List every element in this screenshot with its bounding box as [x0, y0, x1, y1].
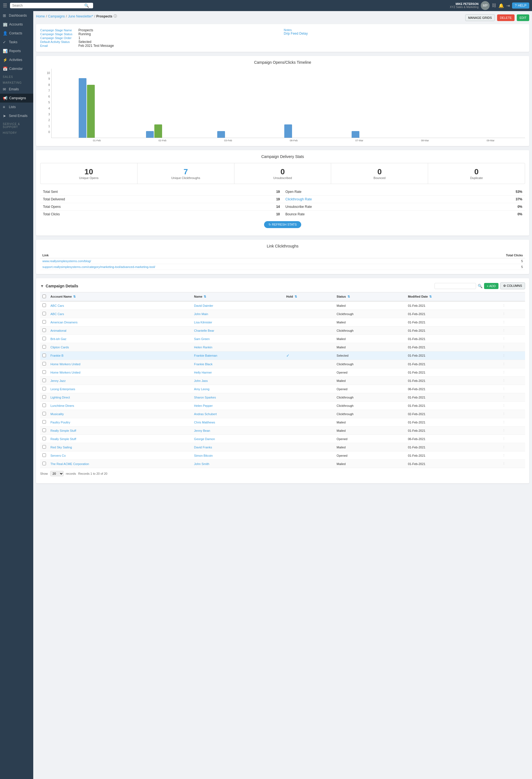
row-checkbox[interactable] — [40, 318, 48, 326]
manage-grids-button[interactable]: MANAGE GRIDS — [465, 14, 495, 21]
select-all-checkbox[interactable] — [42, 295, 46, 298]
edit-button[interactable]: EDIT — [517, 14, 529, 21]
row-name[interactable]: Sharon Sparkes — [192, 393, 284, 402]
breadcrumb-campaigns[interactable]: Campaigns — [48, 14, 65, 18]
row-menu[interactable]: ⋮ — [500, 410, 525, 418]
row-menu[interactable]: ⋮ — [500, 426, 525, 435]
row-name[interactable]: George Damon — [192, 435, 284, 443]
sidebar-item-send-emails[interactable]: ➤ Send Emails — [0, 111, 33, 120]
row-account[interactable]: Brit-ish Gaz — [48, 335, 192, 343]
add-button[interactable]: + ADD — [484, 283, 498, 289]
row-menu[interactable]: ⋮ — [500, 360, 525, 368]
row-menu[interactable]: ⋮ — [500, 460, 525, 468]
row-account[interactable]: Servers Co — [48, 452, 192, 460]
sidebar-item-campaigns[interactable]: 📢 Campaigns — [0, 94, 33, 103]
row-name[interactable]: Andras Schubert — [192, 410, 284, 418]
row-checkbox[interactable] — [40, 360, 48, 368]
row-name[interactable]: Jenny Bean — [192, 426, 284, 435]
row-menu[interactable]: ⋮ — [500, 301, 525, 310]
row-name[interactable]: Chantelle Bear — [192, 326, 284, 335]
row-checkbox[interactable] — [40, 393, 48, 402]
sidebar-item-dashboards[interactable]: ⊞ Dashboards — [0, 11, 33, 20]
row-account[interactable]: The Real ACME Corporation — [48, 460, 192, 468]
sidebar-item-emails[interactable]: ✉ Emails — [0, 85, 33, 94]
row-account[interactable]: Jenny Jazz — [48, 377, 192, 385]
row-checkbox[interactable] — [40, 452, 48, 460]
sidebar-item-activities[interactable]: ⚡ Activities — [0, 55, 33, 64]
row-account[interactable]: Musicality — [48, 410, 192, 418]
breadcrumb-june-newsletter[interactable]: June Newsletter* — [68, 14, 93, 18]
row-name[interactable]: Frankie Bateman — [192, 351, 284, 360]
row-checkbox[interactable] — [40, 326, 48, 335]
help-button[interactable]: ? HELP — [512, 2, 529, 9]
row-account[interactable]: ABC Cars — [48, 310, 192, 318]
row-account[interactable]: Paultry Poultry — [48, 418, 192, 426]
row-account[interactable]: Lighting Direct — [48, 393, 192, 402]
row-account[interactable]: Leong Enterprises — [48, 385, 192, 393]
refresh-stats-button[interactable]: ↻ REFRESH STATS — [264, 221, 301, 228]
row-checkbox[interactable] — [40, 418, 48, 426]
row-menu[interactable]: ⋮ — [500, 343, 525, 351]
row-menu[interactable]: ⋮ — [500, 402, 525, 410]
row-name[interactable]: John Jass — [192, 377, 284, 385]
row-name[interactable]: Simon Bitcoin — [192, 452, 284, 460]
row-checkbox[interactable] — [40, 460, 48, 468]
row-menu[interactable]: ⋮ — [500, 310, 525, 318]
grid-search-input[interactable] — [434, 283, 476, 289]
row-account[interactable]: Red Sky Sailing — [48, 443, 192, 452]
link-url[interactable]: www.reallysimplesystems.com/blog/ — [40, 258, 451, 264]
row-menu[interactable]: ⋮ — [500, 368, 525, 377]
row-checkbox[interactable] — [40, 351, 48, 360]
row-menu[interactable]: ⋮ — [500, 385, 525, 393]
sidebar-item-tasks[interactable]: ✓ Tasks — [0, 38, 33, 47]
row-account[interactable]: Frankie B — [48, 351, 192, 360]
sidebar-item-reports[interactable]: 📊 Reports — [0, 47, 33, 55]
row-name[interactable]: David Daimler — [192, 301, 284, 310]
row-name[interactable]: Lisa Kilmister — [192, 318, 284, 326]
sidebar-item-contacts[interactable]: 👤 Contacts — [0, 29, 33, 38]
row-checkbox[interactable] — [40, 301, 48, 310]
per-page-select[interactable]: 20 50 100 — [50, 471, 64, 476]
row-menu[interactable]: ⋮ — [500, 418, 525, 426]
columns-button[interactable]: ⚙ COLUMNS — [500, 282, 525, 289]
row-account[interactable]: American Dreamers — [48, 318, 192, 326]
row-checkbox[interactable] — [40, 368, 48, 377]
row-menu[interactable]: ⋮ — [500, 326, 525, 335]
row-account[interactable]: Home Workers United — [48, 368, 192, 377]
search-input[interactable] — [12, 4, 84, 7]
collapse-arrow[interactable]: ▼ — [40, 284, 44, 288]
row-account[interactable]: ABC Cars — [48, 301, 192, 310]
breadcrumb-home[interactable]: Home — [36, 14, 45, 18]
row-name[interactable]: Helly Harmer — [192, 368, 284, 377]
row-account[interactable]: Home Workers United — [48, 360, 192, 368]
row-account[interactable]: Clipton Cards — [48, 343, 192, 351]
row-account[interactable]: Lunchtime Diners — [48, 402, 192, 410]
sidebar-item-accounts[interactable]: 🏢 Accounts — [0, 20, 33, 29]
row-menu[interactable]: ⋮ — [500, 318, 525, 326]
row-name[interactable]: Helen Pepper — [192, 402, 284, 410]
row-account[interactable]: Really Simple Stuff — [48, 426, 192, 435]
row-menu[interactable]: ⋮ — [500, 393, 525, 402]
delete-button[interactable]: DELETE — [497, 14, 515, 21]
row-checkbox[interactable] — [40, 435, 48, 443]
bell-icon[interactable]: 🔔 — [498, 3, 504, 8]
row-name[interactable]: John Smith — [192, 460, 284, 468]
row-name[interactable]: Amy Leong — [192, 385, 284, 393]
row-menu[interactable]: ⋮ — [500, 351, 525, 360]
row-menu[interactable]: ⋮ — [500, 377, 525, 385]
row-checkbox[interactable] — [40, 385, 48, 393]
network-icon[interactable]: ⛓ — [492, 3, 496, 8]
row-checkbox[interactable] — [40, 426, 48, 435]
sidebar-item-calendar[interactable]: 📅 Calendar — [0, 64, 33, 73]
sidebar-item-lists[interactable]: ≡ Lists — [0, 103, 33, 111]
row-checkbox[interactable] — [40, 410, 48, 418]
row-menu[interactable]: ⋮ — [500, 435, 525, 443]
row-name[interactable]: Chris Matthews — [192, 418, 284, 426]
row-account[interactable]: Animational — [48, 326, 192, 335]
row-checkbox[interactable] — [40, 335, 48, 343]
row-menu[interactable]: ⋮ — [500, 443, 525, 452]
row-name[interactable]: David Franks — [192, 443, 284, 452]
hamburger-icon[interactable]: ☰ — [3, 2, 7, 9]
row-name[interactable]: Helen Rankin — [192, 343, 284, 351]
row-checkbox[interactable] — [40, 343, 48, 351]
